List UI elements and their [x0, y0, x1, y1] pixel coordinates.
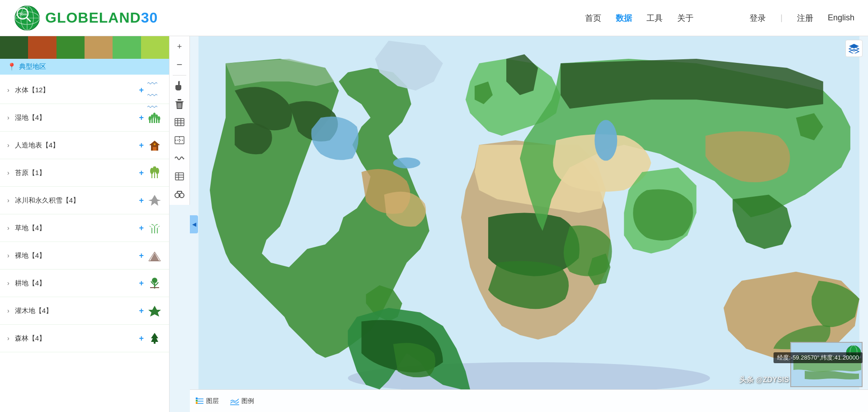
svg-rect-73 — [196, 400, 198, 402]
layer-plus-shrubland[interactable]: + — [139, 306, 144, 316]
chevron-artificial: › — [7, 142, 9, 149]
svg-point-25 — [150, 168, 154, 174]
world-map-canvas[interactable] — [190, 36, 868, 389]
svg-rect-38 — [179, 81, 180, 85]
layer-plus-forest[interactable]: + — [139, 334, 144, 343]
toolbar-separator-1 — [173, 75, 186, 76]
measure-line-button[interactable] — [171, 132, 188, 149]
layer-label-artificial: 人造地表【4】 — [15, 141, 134, 150]
map-toolbar: + − — [170, 36, 190, 205]
nav-login[interactable]: 登录 — [750, 13, 766, 24]
svg-rect-44 — [175, 118, 184, 126]
layer-item-wetland[interactable]: › 湿地【4】 + — [0, 104, 169, 132]
layer-plus-wetland[interactable]: + — [139, 113, 144, 123]
nav-register[interactable]: 注册 — [797, 13, 813, 24]
layer-item-bareland[interactable]: › 裸地【4】 + — [0, 242, 169, 270]
svg-point-67 — [594, 120, 617, 161]
chevron-cropland: › — [7, 279, 9, 287]
chevron-shrubland: › — [7, 307, 9, 314]
swatch-tundra[interactable] — [141, 36, 169, 59]
layer-label-water: 水体【12】 — [15, 86, 134, 95]
svg-rect-39 — [175, 101, 184, 102]
chevron-forest: › — [7, 335, 9, 342]
swatch-forest[interactable] — [0, 36, 28, 59]
layer-item-cropland[interactable]: › 耕地【4】 + — [0, 270, 169, 297]
legend-layers-button[interactable]: 图层 — [195, 397, 219, 405]
delete-button[interactable] — [171, 95, 188, 113]
swatch-grassland[interactable] — [57, 36, 85, 59]
nav-language[interactable]: English — [828, 13, 854, 23]
pin-icon: 📍 — [7, 62, 16, 71]
layer-plus-artificial[interactable]: + — [139, 141, 144, 150]
table-button[interactable] — [171, 168, 188, 185]
layer-plus-glacier[interactable]: + — [139, 196, 144, 205]
layer-icon-water: 〰〰〰〰 — [147, 83, 162, 97]
nav-data[interactable]: 数据 — [616, 13, 632, 24]
svg-rect-29 — [151, 228, 152, 233]
layer-label-grassland: 草地【4】 — [15, 224, 134, 232]
minimap[interactable] — [790, 342, 863, 387]
layer-label-cropland: 耕地【4】 — [15, 279, 134, 288]
logo-globe-icon: 30m — [14, 5, 41, 32]
layer-icon-wetland — [147, 110, 162, 125]
wave-button[interactable] — [171, 150, 188, 167]
binoculars-button[interactable] — [171, 186, 188, 203]
svg-rect-28 — [154, 226, 155, 233]
nav-divider: | — [780, 13, 783, 23]
zoom-out-button[interactable]: − — [171, 56, 188, 73]
collapse-sidebar-button[interactable]: ◀ — [190, 215, 198, 233]
layer-icon-tundra — [147, 166, 162, 180]
svg-rect-40 — [178, 99, 181, 100]
swatch-cropland[interactable] — [85, 36, 113, 59]
nav-home[interactable]: 首页 — [585, 13, 601, 24]
layer-item-glacier[interactable]: › 冰川和永久积雪【4】 + — [0, 187, 169, 214]
svg-marker-37 — [151, 333, 158, 344]
main-nav: 首页 数据 工具 关于 登录 | 注册 English — [585, 13, 854, 24]
color-swatches — [0, 36, 169, 59]
zoom-in-button[interactable]: + — [171, 38, 188, 55]
coordinates-display: 经度:-59.28570°,纬度:41.20000 — [774, 352, 863, 363]
layer-plus-grassland[interactable]: + — [139, 223, 144, 233]
layer-icon-forest — [147, 331, 162, 346]
chevron-wetland: › — [7, 114, 9, 121]
layer-icon-grassland — [147, 221, 162, 235]
typical-region-bar[interactable]: 📍 典型地区 — [0, 59, 169, 75]
legend-view-button[interactable]: 图例 — [230, 397, 254, 405]
layer-item-tundra[interactable]: › 苔原【1】 + — [0, 159, 169, 187]
svg-rect-72 — [196, 398, 198, 399]
svg-point-17 — [158, 116, 160, 121]
layer-plus-water[interactable]: + — [139, 85, 144, 95]
layer-label-wetland: 湿地【4】 — [15, 114, 134, 122]
layer-item-water[interactable]: › 水体【12】 + 〰〰〰〰 — [0, 76, 169, 104]
left-panel: 📍 典型地区 › 水体【12】 + 〰〰〰〰 › 湿地【4】 + — [0, 36, 170, 412]
svg-point-26 — [156, 168, 159, 174]
chevron-water: › — [7, 86, 9, 94]
nav-tools[interactable]: 工具 — [646, 13, 663, 24]
layer-plus-tundra[interactable]: + — [139, 168, 144, 178]
layer-label-bareland: 裸地【4】 — [15, 251, 134, 260]
layers-toggle-button[interactable] — [845, 40, 863, 57]
layer-item-artificial[interactable]: › 人造地表【4】 + — [0, 132, 169, 159]
layer-item-forest[interactable]: › 森林【4】 + — [0, 325, 169, 352]
layer-icon-bareland — [147, 248, 162, 263]
legend-label: 图层 — [206, 397, 219, 405]
typical-region-label: 典型地区 — [19, 62, 46, 71]
chevron-tundra: › — [7, 169, 9, 176]
nav-about[interactable]: 关于 — [677, 13, 693, 24]
layer-plus-bareland[interactable]: + — [139, 251, 144, 260]
svg-point-68 — [393, 157, 420, 168]
layer-plus-cropland[interactable]: + — [139, 279, 144, 288]
pan-tool-button[interactable] — [171, 77, 188, 95]
layer-label-glacier: 冰川和永久积雪【4】 — [15, 196, 134, 205]
layer-label-forest: 森林【4】 — [15, 334, 134, 343]
layer-item-shrubland[interactable]: › 灌木地【4】 + — [0, 297, 169, 325]
header: 30m GLOBELAND30 首页 数据 工具 关于 登录 | 注册 Engl… — [0, 0, 868, 36]
map-area[interactable]: + − — [170, 36, 868, 412]
measure-area-button[interactable] — [171, 114, 188, 131]
map-bottom-bar: 图层 图例 — [190, 389, 868, 412]
svg-rect-30 — [157, 228, 158, 233]
swatch-shrubland[interactable] — [28, 36, 56, 59]
chart-label: 图例 — [241, 397, 254, 405]
layer-item-grassland[interactable]: › 草地【4】 + — [0, 214, 169, 242]
swatch-wetland[interactable] — [113, 36, 141, 59]
